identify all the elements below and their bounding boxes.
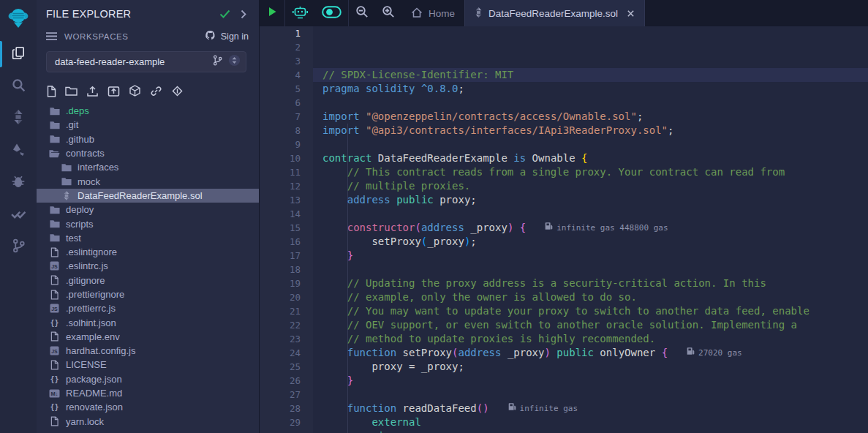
line-number[interactable]: 20 xyxy=(260,290,301,304)
code-line[interactable]: setProxy(_proxy); xyxy=(322,235,868,249)
workspace-select[interactable]: data-feed-reader-example xyxy=(46,51,246,72)
ai-assistant-button[interactable] xyxy=(285,0,315,26)
code-line[interactable]: // You may want to update your proxy to … xyxy=(322,304,868,318)
line-number[interactable]: 12 xyxy=(260,179,301,193)
line-number[interactable]: 24 xyxy=(260,346,301,360)
ai-copilot-toggle[interactable] xyxy=(315,0,348,26)
line-number[interactable]: 30 xyxy=(260,429,301,433)
run-script-button[interactable] xyxy=(260,0,284,26)
line-number[interactable]: 26 xyxy=(260,374,301,388)
line-number[interactable]: 4 xyxy=(260,68,301,82)
code-line[interactable]: external xyxy=(322,415,868,429)
code-line[interactable] xyxy=(322,388,868,402)
sign-in-button[interactable]: Sign in xyxy=(204,30,249,43)
tree-item-license[interactable]: LICENSE xyxy=(37,358,259,372)
tree-item-deploy[interactable]: deploy xyxy=(37,203,259,217)
line-number[interactable]: 29 xyxy=(260,415,301,429)
code-line[interactable]: function setProxy(address _proxy) public… xyxy=(322,346,868,360)
code-content[interactable]: // SPDX-License-Identifier: MITpragma so… xyxy=(313,26,868,433)
code-line[interactable]: proxy = _proxy; xyxy=(322,360,868,374)
upload-file-icon[interactable] xyxy=(86,86,99,97)
line-number[interactable]: 16 xyxy=(260,235,301,249)
hamburger-menu-icon[interactable] xyxy=(46,30,57,43)
code-line[interactable]: constructor(address _proxy) {infinite ga… xyxy=(322,221,868,235)
line-number[interactable]: 27 xyxy=(260,388,301,402)
tree-item--github[interactable]: .github xyxy=(37,132,259,146)
code-line[interactable]: // Updating the proxy address is a secur… xyxy=(322,276,868,290)
tree-item-contracts[interactable]: contracts xyxy=(37,146,259,160)
line-number[interactable]: 9 xyxy=(260,138,301,151)
code-line[interactable]: pragma solidity ^0.8.0; xyxy=(322,82,868,96)
activity-deploy-run-icon[interactable] xyxy=(0,135,37,167)
activity-solidity-compiler-icon[interactable] xyxy=(0,102,37,135)
line-number[interactable]: 18 xyxy=(260,263,301,276)
tree-item-renovate-json[interactable]: {}renovate.json xyxy=(37,400,259,414)
close-tab-icon[interactable] xyxy=(627,10,635,18)
line-number[interactable]: 19 xyxy=(260,276,301,290)
code-line[interactable] xyxy=(322,207,868,221)
tree-item--deps[interactable]: .deps xyxy=(37,104,259,118)
code-line[interactable]: // method to update proxies is highly re… xyxy=(322,332,868,346)
line-number[interactable]: 2 xyxy=(260,40,301,54)
remix-logo[interactable] xyxy=(0,0,37,38)
tab-home[interactable]: Home xyxy=(401,0,464,26)
line-number[interactable]: 17 xyxy=(260,249,301,263)
code-line[interactable]: function readDataFeed()infinite gas xyxy=(322,402,868,415)
dropdown-spinner-icon[interactable] xyxy=(228,54,241,69)
tree-item-readme-md[interactable]: M↓README.md xyxy=(37,386,259,400)
tree-item-datafeedreaderexample-sol[interactable]: DataFeedReaderExample.sol xyxy=(37,189,259,203)
tree-item--eslintignore[interactable]: .eslintignore xyxy=(37,245,259,259)
zoom-out-button[interactable] xyxy=(349,0,375,26)
tree-item--solhint-json[interactable]: {}.solhint.json xyxy=(37,315,259,329)
upload-folder-icon[interactable] xyxy=(107,86,120,97)
code-line[interactable] xyxy=(322,138,868,151)
code-line[interactable] xyxy=(322,263,868,276)
tree-item-hardhat-config-js[interactable]: JShardhat.config.js xyxy=(37,344,259,358)
link-icon[interactable] xyxy=(150,85,162,97)
line-number[interactable]: 10 xyxy=(260,151,301,165)
diamond-icon[interactable] xyxy=(171,85,184,97)
code-line[interactable]: // SPDX-License-Identifier: MIT xyxy=(313,68,868,82)
line-number[interactable]: 8 xyxy=(260,124,301,138)
code-line[interactable]: // multiple proxies. xyxy=(322,179,868,193)
tree-item-yarn-lock[interactable]: yarn.lock xyxy=(37,415,259,429)
line-number[interactable]: 11 xyxy=(260,165,301,179)
code-line[interactable]: // This contract reads from a single pro… xyxy=(322,165,868,179)
code-line[interactable]: address public proxy; xyxy=(322,193,868,207)
line-number[interactable]: 15 xyxy=(260,221,301,235)
tree-item--prettierignore[interactable]: .prettierignore xyxy=(37,287,259,301)
line-number[interactable]: 14 xyxy=(260,207,301,221)
line-number[interactable]: 6 xyxy=(260,96,301,110)
cube-icon[interactable] xyxy=(129,85,141,97)
line-number[interactable]: 1 xyxy=(260,26,301,40)
code-line[interactable]: // OEV support, or even switch to anothe… xyxy=(322,318,868,332)
line-number[interactable]: 3 xyxy=(260,54,301,68)
chevron-right-icon[interactable] xyxy=(241,10,247,19)
activity-debugger-icon[interactable] xyxy=(0,167,37,199)
zoom-in-button[interactable] xyxy=(375,0,401,26)
code-line[interactable]: import "@api3/contracts/interfaces/IApi3… xyxy=(322,124,868,138)
tree-item-interfaces[interactable]: interfaces xyxy=(37,160,259,174)
tree-item-example-env[interactable]: example.env xyxy=(37,330,259,344)
line-number[interactable]: 22 xyxy=(260,318,301,332)
line-number[interactable]: 21 xyxy=(260,304,301,318)
line-number[interactable]: 23 xyxy=(260,332,301,346)
line-number[interactable]: 5 xyxy=(260,82,301,96)
tab-datafeedreaderexample-sol[interactable]: DataFeedReaderExample.sol xyxy=(464,0,645,26)
line-number[interactable]: 13 xyxy=(260,193,301,207)
tree-item--prettierrc-js[interactable]: JS.prettierrc.js xyxy=(37,301,259,315)
code-line[interactable]: contract DataFeedReaderExample is Ownabl… xyxy=(322,151,868,165)
code-line[interactable]: import "@openzeppelin/contracts/access/O… xyxy=(322,110,868,124)
code-line[interactable]: view xyxy=(322,429,868,433)
create-folder-icon[interactable] xyxy=(65,86,78,97)
activity-file-explorer-icon[interactable] xyxy=(0,38,37,70)
activity-git-icon[interactable] xyxy=(0,231,37,263)
tree-item--eslintrc-js[interactable]: JS.eslintrc.js xyxy=(37,259,259,273)
tree-item-package-json[interactable]: {}package.json xyxy=(37,372,259,386)
activity-unit-testing-icon[interactable] xyxy=(0,199,37,231)
activity-search-icon[interactable] xyxy=(0,70,37,102)
tree-item--git[interactable]: .git xyxy=(37,118,259,132)
tree-item--gitignore[interactable]: .gitignore xyxy=(37,274,259,287)
line-number[interactable]: 28 xyxy=(260,402,301,415)
line-number[interactable]: 7 xyxy=(260,110,301,124)
